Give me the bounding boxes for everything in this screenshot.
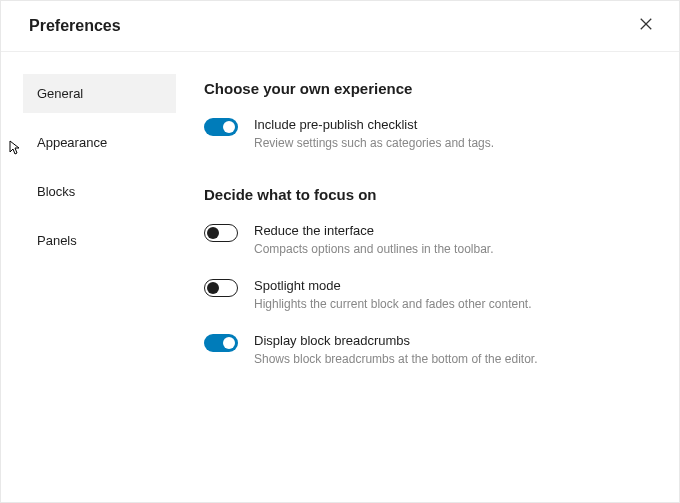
toggle-reduce-interface[interactable] bbox=[204, 224, 238, 242]
section-heading: Choose your own experience bbox=[204, 80, 639, 97]
preferences-modal: Preferences General Appearance Blocks Pa… bbox=[0, 0, 680, 503]
option-reduce-interface: Reduce the interface Compacts options an… bbox=[204, 223, 639, 256]
tab-label: Panels bbox=[37, 233, 77, 248]
sidebar: General Appearance Blocks Panels bbox=[1, 74, 176, 502]
option-label: Include pre-publish checklist bbox=[254, 117, 494, 132]
option-desc: Highlights the current block and fades o… bbox=[254, 297, 532, 311]
tab-general[interactable]: General bbox=[23, 74, 176, 113]
toggle-knob bbox=[207, 282, 219, 294]
modal-header: Preferences bbox=[1, 1, 679, 52]
option-label: Reduce the interface bbox=[254, 223, 493, 238]
option-pre-publish: Include pre-publish checklist Review set… bbox=[204, 117, 639, 150]
option-text: Include pre-publish checklist Review set… bbox=[254, 117, 494, 150]
tab-label: General bbox=[37, 86, 83, 101]
toggle-spotlight-mode[interactable] bbox=[204, 279, 238, 297]
tab-label: Appearance bbox=[37, 135, 107, 150]
section-experience: Choose your own experience Include pre-p… bbox=[204, 80, 639, 150]
content: Choose your own experience Include pre-p… bbox=[176, 74, 679, 502]
tab-label: Blocks bbox=[37, 184, 75, 199]
option-text: Spotlight mode Highlights the current bl… bbox=[254, 278, 532, 311]
option-desc: Compacts options and outlines in the too… bbox=[254, 242, 493, 256]
toggle-knob bbox=[223, 121, 235, 133]
toggle-breadcrumbs[interactable] bbox=[204, 334, 238, 352]
option-label: Display block breadcrumbs bbox=[254, 333, 538, 348]
section-focus: Decide what to focus on Reduce the inter… bbox=[204, 186, 639, 366]
option-text: Reduce the interface Compacts options an… bbox=[254, 223, 493, 256]
section-heading: Decide what to focus on bbox=[204, 186, 639, 203]
tab-blocks[interactable]: Blocks bbox=[23, 172, 176, 211]
option-label: Spotlight mode bbox=[254, 278, 532, 293]
toggle-knob bbox=[223, 337, 235, 349]
option-desc: Review settings such as categories and t… bbox=[254, 136, 494, 150]
option-desc: Shows block breadcrumbs at the bottom of… bbox=[254, 352, 538, 366]
option-spotlight-mode: Spotlight mode Highlights the current bl… bbox=[204, 278, 639, 311]
toggle-pre-publish[interactable] bbox=[204, 118, 238, 136]
modal-title: Preferences bbox=[29, 17, 121, 35]
option-text: Display block breadcrumbs Shows block br… bbox=[254, 333, 538, 366]
toggle-knob bbox=[207, 227, 219, 239]
modal-body: General Appearance Blocks Panels Choose … bbox=[1, 52, 679, 502]
close-button[interactable] bbox=[637, 15, 655, 37]
option-breadcrumbs: Display block breadcrumbs Shows block br… bbox=[204, 333, 639, 366]
close-icon bbox=[637, 15, 655, 33]
tab-panels[interactable]: Panels bbox=[23, 221, 176, 260]
tab-appearance[interactable]: Appearance bbox=[23, 123, 176, 162]
